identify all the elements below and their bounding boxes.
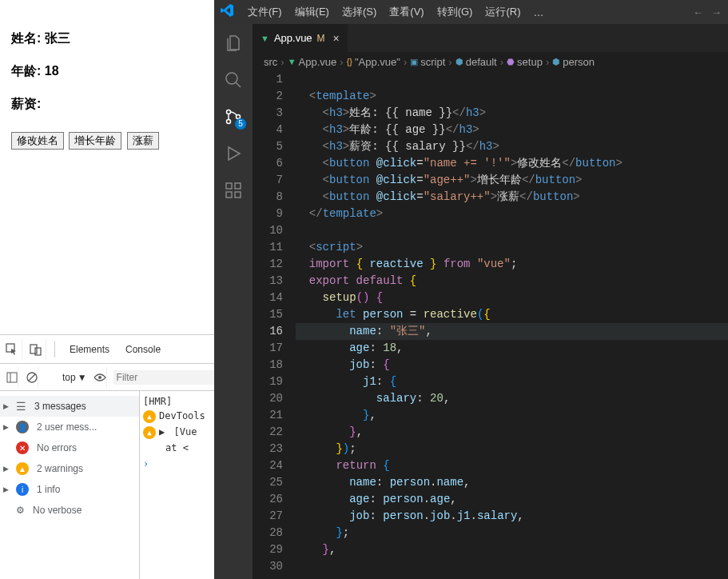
vue-file-icon: ▼ [261, 34, 269, 43]
nav-fwd-icon[interactable]: → [711, 6, 722, 18]
activity-bar: 5 [214, 24, 253, 579]
inspect-icon[interactable] [2, 339, 22, 360]
extensions-icon[interactable] [222, 179, 245, 202]
explorer-icon[interactable] [222, 32, 245, 54]
svg-rect-1 [30, 345, 37, 353]
svg-point-7 [98, 376, 101, 379]
context-dropdown[interactable]: top▼ [62, 372, 87, 383]
titlebar: 文件(F) 编辑(E) 选择(S) 查看(V) 转到(G) 运行(R) … ← … [214, 0, 728, 24]
scm-icon[interactable]: 5 [222, 106, 245, 128]
eye-icon[interactable] [93, 367, 107, 388]
summary-verbose[interactable]: ⚙No verbose [0, 500, 139, 521]
scm-badge: 5 [235, 118, 246, 130]
svg-point-10 [227, 110, 231, 114]
file-tab[interactable]: ▼ App.vue M × [253, 24, 348, 52]
vscode-window: 文件(F) 编辑(E) 选择(S) 查看(V) 转到(G) 运行(R) … ← … [214, 0, 728, 579]
gutter: 1234567891011121314151617181920212223242… [253, 71, 296, 579]
log-devtools: ▲DevTools [143, 410, 211, 423]
tab-filename: App.vue [274, 32, 312, 44]
menu-goto[interactable]: 转到(G) [432, 5, 478, 19]
summary-errors[interactable]: ✕No errors [0, 437, 139, 458]
svg-line-6 [29, 374, 35, 381]
inc-salary-button[interactable]: 涨薪 [127, 132, 159, 150]
log-vue-at: at < [143, 442, 211, 453]
preview-salary: 薪资: [11, 96, 203, 113]
browser-preview-pane: 姓名: 张三 年龄: 18 薪资: 修改姓名 增长年龄 涨薪 Elements … [0, 0, 214, 579]
svg-rect-14 [226, 192, 232, 198]
svg-point-11 [227, 120, 231, 124]
log-vue-warn: ▲▶ [Vue [143, 426, 211, 439]
nav-back-icon[interactable]: ← [693, 6, 703, 18]
svg-rect-13 [226, 183, 232, 189]
summary-messages[interactable]: ▶☰3 messages [0, 396, 139, 417]
svg-point-8 [226, 73, 237, 84]
breadcrumb[interactable]: src› ▼App.vue› {}"App.vue"› ▣script› ⬢de… [253, 52, 728, 71]
menu-edit[interactable]: 编辑(E) [290, 5, 334, 19]
clear-icon[interactable] [26, 367, 38, 388]
tab-modified-indicator: M [317, 33, 325, 44]
search-icon[interactable] [222, 69, 245, 91]
tab-bar: ▼ App.vue M × [253, 24, 728, 52]
tab-elements[interactable]: Elements [62, 344, 117, 355]
svg-rect-16 [235, 183, 241, 189]
menu-more[interactable]: … [528, 6, 548, 18]
summary-warnings[interactable]: ▶▲2 warnings [0, 458, 139, 479]
preview-name: 姓名: 张三 [11, 30, 203, 47]
menu-file[interactable]: 文件(F) [243, 5, 287, 19]
svg-rect-3 [7, 373, 17, 382]
summary-user[interactable]: ▶👤2 user mess... [0, 417, 139, 437]
menu-view[interactable]: 查看(V) [384, 5, 428, 19]
preview-age: 年龄: 18 [11, 63, 203, 80]
log-hmr: [HMR] [143, 396, 211, 407]
rename-button[interactable]: 修改姓名 [11, 132, 64, 150]
console-prompt[interactable]: › [143, 458, 211, 469]
vscode-logo-icon [221, 4, 233, 20]
svg-line-9 [236, 82, 241, 87]
code-editor[interactable]: 1234567891011121314151617181920212223242… [253, 71, 728, 579]
devtools-panel: Elements Console top▼ ▶☰3 messages ▶👤2 u… [0, 334, 214, 579]
debug-icon[interactable] [222, 142, 245, 165]
svg-rect-15 [235, 192, 241, 198]
device-icon[interactable] [26, 339, 46, 360]
tab-console[interactable]: Console [117, 344, 169, 355]
summary-info[interactable]: ▶i1 info [0, 479, 139, 500]
close-icon[interactable]: × [333, 32, 340, 45]
menu-run[interactable]: 运行(R) [480, 5, 525, 19]
inc-age-button[interactable]: 增长年龄 [69, 132, 121, 150]
menu-select[interactable]: 选择(S) [337, 5, 381, 19]
sidebar-toggle-icon[interactable] [6, 367, 18, 388]
